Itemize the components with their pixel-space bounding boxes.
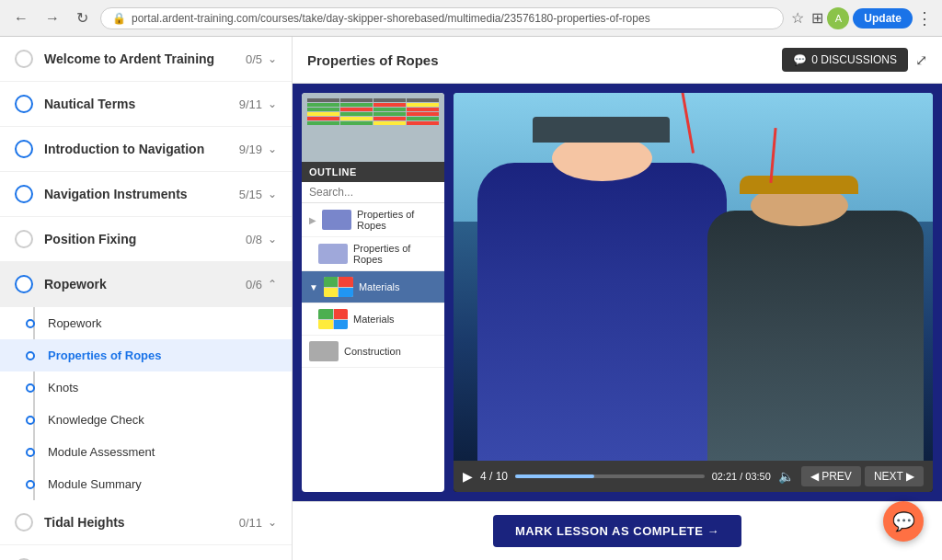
sidebar-circle-navigation xyxy=(15,140,33,158)
refresh-button[interactable]: ↻ xyxy=(72,7,93,29)
sub-label-properties: Properties of Ropes xyxy=(48,349,162,362)
chevron-nautical: ⌄ xyxy=(268,97,277,110)
outline-thumb-properties xyxy=(322,210,351,230)
discussions-button[interactable]: 💬 0 DISCUSSIONS xyxy=(782,48,908,72)
video-player: Marker Tools xyxy=(454,93,933,492)
sidebar-item-anchorwork[interactable]: Anchorwork 2/8 ⌄ xyxy=(0,545,292,560)
sidebar-item-tidal[interactable]: Tidal Heights 0/11 ⌄ xyxy=(0,500,292,545)
sidebar-circle-instruments xyxy=(15,185,33,203)
sidebar-item-position[interactable]: Position Fixing 0/8 ⌄ xyxy=(0,217,292,262)
nav-buttons: ◀ PREV NEXT ▶ xyxy=(801,466,924,486)
progress-bar[interactable] xyxy=(515,474,705,478)
sub-item-properties[interactable]: Properties of Ropes xyxy=(0,339,292,371)
main-content: Properties of Ropes 💬 0 DISCUSSIONS ⤢ xyxy=(293,37,942,560)
video-container: OUTLINE 🔍 ▶ Properties of Ropes xyxy=(293,84,942,501)
chevron-instruments: ⌄ xyxy=(268,188,277,200)
lesson-footer: MARK LESSON AS COMPLETE → xyxy=(293,501,942,560)
outline-label: OUTLINE xyxy=(302,162,444,182)
outline-panel: OUTLINE 🔍 ▶ Properties of Ropes xyxy=(302,93,444,492)
sub-dot-assessment xyxy=(26,448,35,457)
sub-item-ropework[interactable]: Ropework xyxy=(0,307,292,339)
sidebar-count-instruments: 5/15 xyxy=(239,188,262,201)
outline-item-materials[interactable]: ▼ Materials xyxy=(302,271,444,303)
outline-thumb-properties-sub xyxy=(318,244,348,264)
outline-search-input[interactable] xyxy=(309,186,444,199)
play-button[interactable]: ▶ xyxy=(463,469,473,484)
sub-dot-knots xyxy=(26,383,35,393)
sub-dot-ropework xyxy=(26,319,35,328)
volume-button[interactable]: 🔈 xyxy=(778,469,794,484)
page-title: Properties of Ropes xyxy=(307,52,439,68)
sidebar-item-nautical[interactable]: Nautical Terms 9/11 ⌄ xyxy=(0,82,292,127)
chat-fab-button[interactable]: 💬 xyxy=(883,501,924,542)
chevron-tidal: ⌄ xyxy=(268,516,277,529)
sub-item-knowledge-check[interactable]: Knowledge Check xyxy=(0,404,292,436)
browser-chrome: ← → ↻ 🔒 portal.ardent-training.com/cours… xyxy=(0,0,942,37)
chat-fab-icon: 💬 xyxy=(892,510,915,532)
video-frame: Marker Tools xyxy=(454,93,933,461)
outline-top-thumbnail xyxy=(302,93,444,162)
sub-label-knots: Knots xyxy=(48,381,78,394)
fullscreen-button[interactable]: ⤢ xyxy=(915,51,927,69)
slide-counter: 4 / 10 xyxy=(480,470,508,483)
sidebar-circle-ropework xyxy=(15,275,33,293)
user-avatar: A xyxy=(827,7,849,29)
outline-item-label-materials: Materials xyxy=(359,281,400,292)
sub-label-ropework: Ropework xyxy=(48,316,102,330)
outline-item-materials-sub[interactable]: Materials xyxy=(302,303,444,336)
sub-dot-knowledge xyxy=(26,416,35,425)
sidebar-item-ropework[interactable]: Ropework 0/6 ⌃ xyxy=(0,262,292,307)
sidebar-label-tidal: Tidal Heights xyxy=(44,515,239,530)
sidebar-label-nautical: Nautical Terms xyxy=(44,97,239,111)
sidebar-label-welcome: Welcome to Ardent Training xyxy=(44,51,246,66)
sub-dot-summary xyxy=(26,480,35,489)
sub-item-module-summary[interactable]: Module Summary xyxy=(0,468,292,500)
content-header: Properties of Ropes 💬 0 DISCUSSIONS ⤢ xyxy=(293,37,942,84)
sidebar-item-navigation[interactable]: Introduction to Navigation 9/19 ⌄ xyxy=(0,127,292,172)
sidebar-count-navigation: 9/19 xyxy=(239,143,262,156)
sidebar-count-ropework: 0/6 xyxy=(246,278,262,291)
address-bar[interactable]: 🔒 portal.ardent-training.com/courses/tak… xyxy=(100,7,784,29)
chevron-welcome: ⌄ xyxy=(268,52,277,65)
lock-icon: 🔒 xyxy=(112,12,126,25)
sidebar-item-instruments[interactable]: Navigation Instruments 5/15 ⌄ xyxy=(0,172,292,217)
outline-items-list: ▶ Properties of Ropes Properties of Rope… xyxy=(302,203,444,483)
sidebar-circle-welcome xyxy=(15,50,33,68)
outline-item-properties-sub[interactable]: Properties of Ropes xyxy=(302,237,444,271)
browser-menu-button[interactable]: ⋮ xyxy=(916,8,933,29)
discussions-label: 0 DISCUSSIONS xyxy=(811,53,897,66)
video-scene xyxy=(454,93,933,461)
sidebar-count-position: 0/8 xyxy=(246,233,262,246)
outline-thumb-materials xyxy=(324,277,353,297)
prev-button[interactable]: ◀ PREV xyxy=(801,466,861,486)
sub-label-summary: Module Summary xyxy=(48,477,142,491)
sidebar-count-tidal: 0/11 xyxy=(239,516,262,530)
update-button[interactable]: Update xyxy=(853,8,913,29)
extensions-icon[interactable]: ⊞ xyxy=(811,9,823,27)
sub-item-module-assessment[interactable]: Module Assessment xyxy=(0,436,292,468)
outline-item-label-sub: Properties of Ropes xyxy=(353,243,437,265)
bookmark-button[interactable]: ☆ xyxy=(791,9,804,27)
outline-item-properties-header[interactable]: ▶ Properties of Ropes xyxy=(302,203,444,237)
sidebar-label-ropework: Ropework xyxy=(44,277,246,291)
outline-item-label-materials-sub: Materials xyxy=(353,314,395,325)
chevron-ropework: ⌃ xyxy=(268,278,277,291)
sidebar-circle-position xyxy=(15,230,33,248)
sub-dot-properties xyxy=(26,351,35,360)
next-button[interactable]: NEXT ▶ xyxy=(865,466,924,486)
sidebar-count-welcome: 0/5 xyxy=(246,52,262,66)
sidebar-item-welcome[interactable]: Welcome to Ardent Training 0/5 ⌄ xyxy=(0,37,292,82)
sidebar-count-nautical: 9/11 xyxy=(239,97,262,111)
header-actions: 💬 0 DISCUSSIONS ⤢ xyxy=(782,48,927,72)
chevron-icon: ▶ xyxy=(309,215,316,225)
outline-item-label-construction: Construction xyxy=(344,346,401,357)
sub-item-knots[interactable]: Knots xyxy=(0,371,292,404)
table-thumbnail xyxy=(305,97,441,128)
complete-lesson-button[interactable]: MARK LESSON AS COMPLETE → xyxy=(493,515,741,547)
sub-label-assessment: Module Assessment xyxy=(48,445,155,459)
chat-icon: 💬 xyxy=(793,53,807,66)
url-text: portal.ardent-training.com/courses/take/… xyxy=(132,12,650,25)
forward-button[interactable]: → xyxy=(40,8,64,29)
outline-item-construction[interactable]: Construction xyxy=(302,336,444,368)
back-button[interactable]: ← xyxy=(9,8,33,29)
